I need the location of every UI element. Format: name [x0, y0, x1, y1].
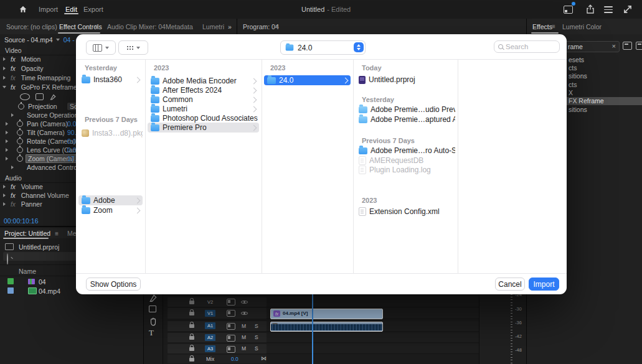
- chevron-right-icon[interactable]: [3, 185, 6, 189]
- chevron-right-icon[interactable]: [6, 122, 8, 126]
- fx-badge-icon[interactable]: fx: [11, 192, 16, 199]
- pen-tool-icon[interactable]: [149, 294, 158, 302]
- rect-tool-icon[interactable]: [149, 306, 156, 312]
- chevron-right-icon[interactable]: [6, 157, 8, 161]
- file-item[interactable]: Adobe Premie…aptured Audio: [356, 114, 455, 124]
- fx-badge-icon[interactable]: fx: [11, 201, 16, 208]
- source-patch-icon[interactable]: [227, 299, 235, 306]
- tab-source-monitor[interactable]: Source: (no clips): [6, 23, 57, 30]
- chevron-right-icon[interactable]: [3, 194, 6, 197]
- chevron-right-icon[interactable]: [6, 131, 8, 134]
- view-mode-button[interactable]: [86, 40, 116, 55]
- tab-overflow-icon[interactable]: »: [228, 23, 232, 30]
- stopwatch-icon[interactable]: [17, 129, 23, 136]
- stopwatch-icon[interactable]: [18, 103, 24, 110]
- solo-button[interactable]: S: [255, 345, 258, 352]
- chevron-right-icon[interactable]: [3, 76, 6, 80]
- file-item[interactable]: Adobe Premie…ro Auto-Save: [356, 146, 455, 156]
- show-options-button[interactable]: Show Options: [86, 278, 141, 291]
- nav-edit[interactable]: Edit: [65, 6, 77, 13]
- chevron-right-icon[interactable]: [3, 57, 6, 61]
- track-lane-a2[interactable]: [267, 333, 479, 343]
- eye-icon[interactable]: [240, 299, 248, 305]
- workspace-menu-icon[interactable]: [604, 6, 614, 16]
- fx-badge-icon[interactable]: fx: [11, 65, 16, 72]
- panel-menu-icon[interactable]: ≡: [552, 23, 555, 30]
- label-color-swatch[interactable]: [7, 278, 14, 284]
- keyframe-bowtie-icon[interactable]: ⋈: [261, 355, 267, 362]
- chevron-right-icon[interactable]: [11, 113, 14, 117]
- chevron-right-icon[interactable]: [6, 148, 8, 152]
- accelerated-effects-icon[interactable]: [623, 42, 632, 50]
- mute-button[interactable]: M: [242, 323, 246, 329]
- clear-search-icon[interactable]: ×: [612, 42, 616, 50]
- file-item-premiere-pro[interactable]: Premiere Pro: [148, 123, 259, 133]
- mute-button[interactable]: M: [242, 345, 246, 352]
- fx-badge-icon[interactable]: fx: [11, 184, 16, 190]
- fullscreen-icon[interactable]: [623, 4, 633, 14]
- hand-tool-icon[interactable]: [149, 317, 158, 326]
- track-label[interactable]: A2: [205, 334, 215, 341]
- tab-audio-clip-mixer[interactable]: Audio Clip Mixer: 04: [107, 23, 166, 30]
- track-label[interactable]: A3: [205, 345, 215, 352]
- source-patch-icon[interactable]: [227, 310, 235, 317]
- nav-import[interactable]: Import: [39, 6, 58, 13]
- lock-icon[interactable]: [189, 324, 194, 328]
- lock-icon[interactable]: [189, 358, 194, 362]
- source-patch-icon[interactable]: [227, 335, 235, 342]
- lock-icon[interactable]: [189, 336, 194, 340]
- group-mode-button[interactable]: [118, 40, 148, 55]
- stopwatch-icon[interactable]: [17, 121, 23, 127]
- file-item-insta360[interactable]: Insta360: [78, 75, 143, 85]
- file-item[interactable]: Adobe Premie…udio Previews: [356, 105, 455, 114]
- home-icon[interactable]: [19, 5, 27, 14]
- file-item[interactable]: AMERequestDB: [356, 156, 455, 166]
- mute-button[interactable]: M: [242, 334, 246, 340]
- tab-effects[interactable]: Effects: [532, 23, 552, 30]
- fx-badge-icon[interactable]: fx: [11, 75, 16, 82]
- import-button[interactable]: Import: [529, 278, 559, 291]
- rect-mask-icon[interactable]: [35, 93, 44, 100]
- tab-metadata[interactable]: Metadata: [166, 23, 193, 30]
- stopwatch-icon[interactable]: [17, 147, 23, 153]
- file-item-pkg[interactable]: Insta3…d8).pkg: [78, 128, 143, 138]
- playhead[interactable]: [312, 293, 313, 364]
- timecode[interactable]: 00:00:10:16: [4, 217, 38, 225]
- panel-menu-icon[interactable]: ≡: [95, 23, 98, 30]
- chevron-down-icon[interactable]: [56, 39, 60, 41]
- tab-lumetri-color[interactable]: Lumetri Color: [562, 23, 602, 30]
- file-item-extension-config[interactable]: Extension Config.xml: [356, 207, 455, 217]
- ellipse-mask-icon[interactable]: [20, 93, 30, 100]
- workspaces-icon[interactable]: [564, 4, 574, 14]
- mix-value[interactable]: 0.0: [231, 356, 238, 362]
- file-item-untitled-prproj[interactable]: Untitled.prproj: [356, 75, 455, 85]
- file-item[interactable]: Plugin Loading.log: [356, 165, 455, 175]
- file-item[interactable]: After Effects 2024: [148, 85, 259, 95]
- fx-badge-icon[interactable]: fx: [11, 56, 16, 63]
- file-item[interactable]: Lumetri: [148, 104, 259, 114]
- dialog-search-input[interactable]: Search: [494, 40, 560, 53]
- chevron-down-icon[interactable]: [2, 86, 6, 88]
- lock-icon[interactable]: [189, 347, 194, 351]
- eye-icon[interactable]: [240, 310, 248, 316]
- chevron-right-icon[interactable]: [3, 202, 6, 206]
- source-patch-icon[interactable]: [227, 323, 235, 330]
- track-lane-v2[interactable]: [267, 297, 479, 307]
- tab-project[interactable]: Project: Untitled: [4, 230, 50, 237]
- stopwatch-icon[interactable]: [17, 138, 23, 144]
- nav-export[interactable]: Export: [83, 6, 103, 13]
- source-patch-icon[interactable]: [227, 346, 235, 353]
- lock-icon[interactable]: [189, 301, 194, 304]
- tab-lumetri[interactable]: Lumetri: [202, 23, 224, 30]
- tab-program-monitor[interactable]: Program: 04: [243, 23, 279, 30]
- track-label[interactable]: A1: [205, 322, 215, 329]
- quick-export-icon[interactable]: [585, 4, 595, 14]
- stepper-icon[interactable]: [354, 42, 364, 52]
- panel-menu-icon[interactable]: ≡: [55, 230, 59, 237]
- pan-value[interactable]: 0.0: [67, 120, 77, 128]
- file-item[interactable]: Adobe Media Encoder: [148, 76, 259, 86]
- source-clip-label[interactable]: Source - 04.mp4: [4, 36, 53, 44]
- rotate-value[interactable]: 0.0: [67, 138, 77, 145]
- video-clip[interactable]: fx 04.mp4 [V]: [270, 309, 383, 319]
- location-dropdown[interactable]: 24.0: [280, 40, 366, 55]
